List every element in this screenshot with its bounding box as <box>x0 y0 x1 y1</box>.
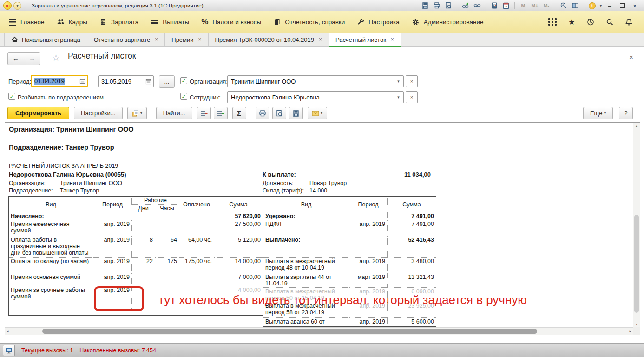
employee-checkbox[interactable]: ✓ <box>180 93 187 100</box>
save-icon[interactable] <box>421 1 429 10</box>
scroll-down-icon[interactable]: ▾ <box>633 322 640 326</box>
find-button[interactable]: Найти... <box>156 107 192 119</box>
org-combo-field[interactable]: Тринити Шиппинг ООО ▾ <box>227 75 404 87</box>
employee-checkbox-label[interactable]: Сотрудник: <box>190 94 221 101</box>
tab-premii[interactable]: Премии × <box>165 33 208 46</box>
col-header-kind: Вид <box>263 197 349 212</box>
menu-item-kadry[interactable]: Кадры <box>57 18 87 26</box>
close-form-icon[interactable]: × <box>629 53 633 61</box>
all-functions-icon[interactable] <box>548 18 557 26</box>
minimize-button[interactable]: – <box>605 2 614 9</box>
back-button[interactable]: ← <box>8 53 24 65</box>
tab-premiya-document[interactable]: Премия ТрЗК-000020 от 10.04.2019 × <box>209 33 329 46</box>
maximize-button[interactable] <box>618 2 627 9</box>
go-to-link-icon[interactable] <box>461 1 470 10</box>
menu-item-nalogi[interactable]: % Налоги и взносы <box>201 17 261 26</box>
info-dropdown-icon[interactable]: ▾ <box>600 4 602 8</box>
send-email-button[interactable]: ▾ <box>308 107 327 119</box>
employee-clear-button[interactable]: × <box>406 91 418 103</box>
people-icon <box>57 18 65 26</box>
close-window-button[interactable]: × <box>630 2 639 9</box>
menu-label: Зарплата <box>111 19 138 26</box>
separator <box>514 2 515 9</box>
horizontal-scrollbar[interactable]: ◂ ▸ <box>5 327 633 335</box>
tab-salary-reports[interactable]: Отчеты по зарплате × <box>87 33 165 46</box>
calendar-icon[interactable]: 31 <box>502 1 510 10</box>
col-header-work: Рабочие <box>132 197 179 205</box>
menu-item-zarplata[interactable]: Зарплата <box>99 18 138 26</box>
add-to-favorites-star-icon[interactable]: ☆ <box>52 53 60 63</box>
info-icon[interactable]: i <box>588 1 597 10</box>
org-checkbox-label[interactable]: Организация: <box>190 78 228 85</box>
split-by-dept-label[interactable]: Разбивать по подразделениям <box>18 94 104 101</box>
get-link-icon[interactable] <box>473 1 481 10</box>
memory-add-icon[interactable]: M+ <box>531 1 539 10</box>
horizontal-scroll-thumb[interactable] <box>42 329 537 334</box>
memory-recall-icon[interactable]: M <box>519 1 527 10</box>
print-preview-icon[interactable] <box>444 1 453 10</box>
split-by-dept-checkbox[interactable]: ✓ <box>8 93 15 100</box>
period-to-field[interactable]: 31.05.2019 <box>98 75 154 87</box>
menu-label: Выплаты <box>163 19 189 26</box>
salary-label: Оклад (тариф): <box>263 187 304 194</box>
menu-item-vyplaty[interactable]: Выплаты <box>151 18 189 26</box>
menu-item-main[interactable]: Главное <box>9 19 45 26</box>
generate-button[interactable]: Сформировать <box>7 107 69 119</box>
print-icon[interactable] <box>433 1 441 10</box>
close-tab-icon[interactable]: × <box>155 36 158 43</box>
tab-label: Премия ТрЗК-000020 от 10.04.2019 <box>215 36 314 43</box>
calendar-picker-icon[interactable] <box>143 76 153 87</box>
notifications-bell-icon[interactable] <box>625 18 633 26</box>
org-clear-button[interactable]: × <box>406 75 418 87</box>
menu-item-otchetnost[interactable]: Отчетность, справки <box>273 18 345 26</box>
employee-combo-field[interactable]: Недоросткова Галина Юрьевна ▾ <box>227 91 404 103</box>
collapse-groups-button[interactable] <box>197 107 211 119</box>
memory-subtract-icon[interactable]: M- <box>542 1 551 10</box>
chevron-down-icon[interactable]: ▾ <box>394 92 403 103</box>
vertical-scrollbar[interactable]: ▴ ▾ <box>633 123 640 327</box>
history-icon[interactable] <box>586 18 595 26</box>
tab-home[interactable]: Начальная страница <box>4 33 87 46</box>
split-window-icon[interactable] <box>571 1 579 10</box>
print-button[interactable] <box>256 107 269 119</box>
scroll-right-icon[interactable]: ▸ <box>629 329 631 333</box>
email-icon <box>312 110 319 117</box>
menu-item-nastroyka[interactable]: Настройка <box>357 18 399 26</box>
calculator-icon <box>99 18 107 26</box>
search-icon[interactable] <box>606 18 614 26</box>
scroll-left-icon[interactable]: ◂ <box>7 329 9 333</box>
menu-item-administrirovanie[interactable]: Администрирование <box>412 18 484 26</box>
report-viewport[interactable]: Организация: Тринити Шиппинг ООО Подразд… <box>5 122 640 335</box>
svg-text:i: i <box>592 3 593 8</box>
scroll-up-icon[interactable]: ▴ <box>633 124 640 128</box>
forward-button[interactable]: → <box>24 53 40 65</box>
sum-button[interactable]: Σ <box>232 107 246 119</box>
expand-groups-button[interactable] <box>214 107 228 119</box>
app-window: { "window": { "title": "Зарплата и управ… <box>0 0 644 357</box>
period-from-field[interactable]: 01.04.2019 <box>31 75 88 87</box>
settings-button[interactable]: Настройки... <box>74 107 123 119</box>
close-tab-icon[interactable]: × <box>198 36 202 43</box>
org-checkbox[interactable]: ✓ <box>180 77 187 84</box>
report-variants-button[interactable]: ▾ <box>127 107 147 119</box>
help-button[interactable]: ? <box>619 107 633 119</box>
close-tab-icon[interactable]: × <box>319 36 322 43</box>
print-icon <box>259 110 266 117</box>
system-menu-button[interactable]: ▾ <box>13 2 21 10</box>
performance-indicator-button[interactable] <box>3 345 15 356</box>
close-tab-icon[interactable]: × <box>391 36 394 43</box>
calculator-icon[interactable] <box>490 1 499 10</box>
preview-button[interactable] <box>272 107 286 119</box>
zoom-icon[interactable] <box>559 1 568 10</box>
save-report-button[interactable] <box>289 107 303 119</box>
period-variants-button[interactable]: ... <box>159 75 175 88</box>
tab-label: Премии <box>171 36 193 43</box>
favorites-icon[interactable]: ★ <box>568 18 575 26</box>
to-pay-value: 11 034,00 <box>338 171 431 178</box>
open-windows-tab-bar: Начальная страница Отчеты по зарплате × … <box>0 33 644 47</box>
tab-raschetny-listok[interactable]: Расчетный листок × <box>329 33 401 46</box>
more-actions-button[interactable]: Еще ▾ <box>583 107 613 119</box>
chevron-down-icon[interactable]: ▾ <box>394 76 403 87</box>
calendar-picker-icon[interactable] <box>77 76 87 86</box>
vertical-scroll-thumb[interactable] <box>634 215 639 313</box>
